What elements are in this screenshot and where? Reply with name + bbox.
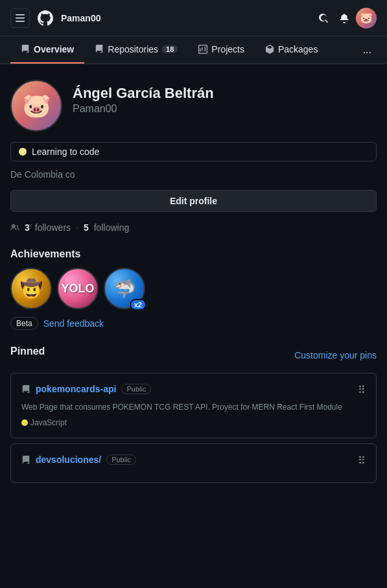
followers-section: 3 followers · 5 following bbox=[10, 222, 377, 233]
avatar-header[interactable]: 🐷 bbox=[356, 8, 377, 29]
people-icon bbox=[10, 223, 19, 232]
repo-card-title-2: devsoluciones/ Public bbox=[21, 454, 136, 465]
tab-projects[interactable]: Projects bbox=[188, 36, 255, 64]
pinned-title: Pinned bbox=[10, 346, 45, 357]
lang-dot-1 bbox=[21, 419, 28, 426]
followers-count[interactable]: 3 bbox=[25, 222, 30, 233]
tab-repositories-label: Repositories bbox=[108, 44, 158, 54]
repo-name-1[interactable]: pokemoncards-api bbox=[36, 384, 116, 394]
location: De Colombia co bbox=[10, 169, 377, 180]
profile-header: 🐷 Ángel García Beltrán Paman00 bbox=[10, 80, 377, 132]
beta-tag: Beta bbox=[10, 317, 38, 330]
lang-name-1: JavaScript bbox=[30, 418, 67, 427]
tab-packages-label: Packages bbox=[278, 44, 318, 54]
header-left: Paman00 bbox=[10, 8, 309, 28]
profile-fullname: Ángel García Beltrán bbox=[73, 85, 214, 102]
avatar-large[interactable]: 🐷 bbox=[10, 80, 62, 132]
pinned-section: Pinned Customize your pins pokemoncards-… bbox=[10, 346, 377, 483]
achievement-wrapper-2: YOLO bbox=[57, 268, 99, 309]
repo-description-1: Web Page that consumes POKEMON TCG REST … bbox=[21, 401, 366, 413]
profile-info: Ángel García Beltrán Paman00 bbox=[73, 80, 214, 115]
following-count[interactable]: 5 bbox=[84, 222, 89, 233]
search-button[interactable] bbox=[314, 9, 333, 27]
repo-icon-2 bbox=[21, 454, 30, 465]
hamburger-button[interactable] bbox=[10, 8, 30, 28]
header-username[interactable]: Paman00 bbox=[61, 13, 100, 23]
status-dot bbox=[19, 148, 27, 156]
repo-name-2[interactable]: devsoluciones/ bbox=[36, 454, 101, 465]
github-logo[interactable] bbox=[38, 10, 53, 26]
achievements-title: Achievements bbox=[10, 248, 377, 260]
edit-profile-button[interactable]: Edit profile bbox=[10, 190, 377, 212]
repo-icon-1 bbox=[21, 384, 30, 394]
repo-more-1[interactable]: ⠿ bbox=[358, 384, 366, 396]
header: Paman00 🐷 bbox=[0, 0, 387, 36]
repo-card-2: devsoluciones/ Public ⠿ bbox=[10, 443, 377, 483]
achievement-emoji-2: YOLO bbox=[61, 282, 94, 296]
tab-packages[interactable]: Packages bbox=[255, 36, 328, 64]
followers-label: followers bbox=[35, 222, 71, 233]
achievement-emoji-3: 🦈 bbox=[113, 278, 136, 300]
achievement-emoji-1: 🤠 bbox=[20, 278, 43, 300]
repo-card-1: pokemoncards-api Public ⠿ Web Page that … bbox=[10, 373, 377, 438]
achievement-badge-1[interactable]: 🤠 bbox=[10, 268, 52, 309]
tab-overview-label: Overview bbox=[34, 44, 74, 54]
repositories-badge: 18 bbox=[162, 45, 178, 53]
status-text: Learning to code bbox=[32, 147, 99, 157]
more-button[interactable]: ... bbox=[358, 36, 377, 64]
repo-card-header-1: pokemoncards-api Public ⠿ bbox=[21, 384, 366, 396]
nav-tabs: Overview Repositories 18 Projects Packag… bbox=[0, 36, 387, 64]
repo-more-2[interactable]: ⠿ bbox=[358, 454, 366, 467]
repo-card-title-1: pokemoncards-api Public bbox=[21, 384, 151, 394]
customize-pins-link[interactable]: Customize your pins bbox=[294, 350, 377, 360]
main-content: 🐷 Ángel García Beltrán Paman00 Learning … bbox=[0, 64, 387, 499]
following-label: following bbox=[94, 222, 129, 233]
achievement-count-3: x2 bbox=[130, 299, 147, 311]
achievements-grid: 🤠 YOLO 🦈 x2 bbox=[10, 268, 377, 309]
tab-repositories[interactable]: Repositories 18 bbox=[84, 36, 188, 64]
notifications-button[interactable] bbox=[335, 9, 353, 27]
repo-visibility-1: Public bbox=[121, 384, 151, 394]
status-badge[interactable]: Learning to code bbox=[10, 142, 377, 161]
repo-card-header-2: devsoluciones/ Public ⠿ bbox=[21, 454, 366, 467]
repo-visibility-2: Public bbox=[106, 454, 136, 465]
tab-projects-label: Projects bbox=[211, 44, 244, 54]
profile-username: Paman00 bbox=[73, 103, 214, 115]
header-right: 🐷 bbox=[314, 8, 377, 29]
achievement-badge-2[interactable]: YOLO bbox=[57, 268, 99, 309]
achievement-wrapper-3: 🦈 x2 bbox=[104, 268, 145, 309]
separator: · bbox=[76, 222, 78, 233]
achievements-section: Achievements 🤠 YOLO 🦈 x2 Beta Send fe bbox=[10, 248, 377, 330]
beta-section: Beta Send feedback bbox=[10, 317, 377, 330]
repo-language-1: JavaScript bbox=[21, 418, 366, 427]
achievement-wrapper-1: 🤠 bbox=[10, 268, 52, 309]
pinned-header: Pinned Customize your pins bbox=[10, 346, 377, 365]
tab-overview[interactable]: Overview bbox=[10, 36, 84, 64]
avatar-emoji: 🐷 bbox=[22, 92, 51, 119]
send-feedback-link[interactable]: Send feedback bbox=[43, 318, 104, 329]
